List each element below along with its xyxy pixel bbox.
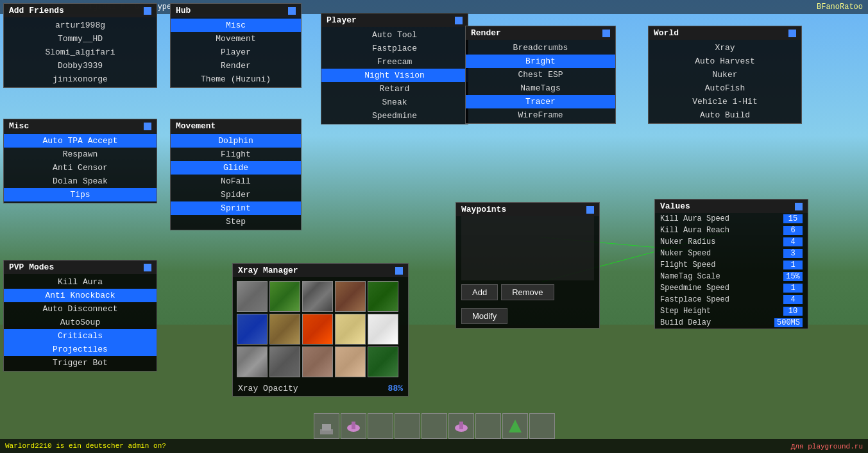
world-auto-build[interactable]: Auto Build	[649, 108, 801, 122]
waypoints-list-area	[461, 216, 594, 280]
pvp-close[interactable]	[144, 264, 151, 271]
movement-step[interactable]: Step	[171, 215, 301, 228]
player-freecam[interactable]: Freecam	[321, 55, 468, 69]
pvp-anti-knockback[interactable]: Anti Knockback	[4, 289, 157, 302]
inv-slot-4[interactable]	[395, 413, 420, 439]
hub-player[interactable]: Player	[171, 46, 301, 59]
movement-dolphin[interactable]: Dolphin	[171, 134, 301, 148]
player-close[interactable]	[455, 17, 463, 24]
xray-block-stone2[interactable]	[269, 346, 300, 377]
hub-misc[interactable]: Misc	[171, 19, 301, 32]
render-chest-esp[interactable]: Chest ESP	[466, 68, 615, 81]
inv-slot-3[interactable]	[368, 413, 393, 439]
player-auto-tool[interactable]: Auto Tool	[321, 28, 468, 42]
misc-anti-censor[interactable]: Anti Censor	[4, 161, 157, 175]
world-close[interactable]	[788, 30, 796, 37]
xray-block-lava[interactable]	[302, 314, 333, 345]
world-header: World	[649, 26, 801, 40]
player-header: Player	[321, 13, 468, 27]
inv-slot-9[interactable]	[529, 413, 555, 439]
pvp-criticals[interactable]: Criticals	[4, 329, 157, 343]
xray-block-iron[interactable]	[335, 346, 366, 377]
hub-render[interactable]: Render	[171, 59, 301, 73]
player-retard[interactable]: Retard	[321, 82, 468, 96]
misc-close[interactable]	[144, 123, 151, 130]
misc-respawn[interactable]: Respawn	[4, 148, 157, 161]
render-close[interactable]	[602, 30, 610, 37]
misc-items: Auto TPA Accept Respawn Anti Censor Dola…	[4, 133, 157, 203]
misc-tips[interactable]: Tips	[4, 188, 157, 201]
inv-slot-2[interactable]	[341, 413, 366, 439]
movement-glide[interactable]: Glide	[171, 161, 301, 175]
values-kill-aura-reach: Kill Aura Reach 6	[655, 225, 808, 236]
misc-dolan-speak[interactable]: Dolan Speak	[4, 175, 157, 188]
xray-block-cobble[interactable]	[302, 281, 333, 312]
friend-jinix[interactable]: jinixonorge	[4, 73, 157, 86]
inv-slot-7[interactable]	[475, 413, 501, 439]
pvp-auto-disconnect[interactable]: Auto Disconnect	[4, 302, 157, 316]
waypoints-close[interactable]	[586, 206, 594, 214]
values-header: Values	[655, 200, 808, 213]
waypoints-remove-button[interactable]: Remove	[501, 284, 554, 300]
inv-slot-5[interactable]	[421, 413, 447, 439]
inv-slot-8[interactable]	[502, 413, 528, 439]
world-nuker[interactable]: Nuker	[649, 68, 801, 81]
world-autofish[interactable]: AutoFish	[649, 81, 801, 95]
inv-slot-6[interactable]	[448, 413, 474, 439]
player-fastplace[interactable]: Fastplace	[321, 42, 468, 55]
hub-movement[interactable]: Movement	[171, 32, 301, 46]
hub-theme[interactable]: Theme (Huzuni)	[171, 73, 301, 86]
hub-close[interactable]	[288, 7, 296, 15]
render-nametags[interactable]: NameTags	[466, 81, 615, 95]
render-wireframe[interactable]: WireFrame	[466, 108, 615, 122]
movement-header: Movement	[171, 119, 301, 133]
player-speedmine[interactable]: Speedmine	[321, 109, 468, 123]
render-bright[interactable]: Bright	[466, 55, 615, 68]
pvp-trigger-bot[interactable]: Trigger Bot	[4, 356, 157, 370]
pvp-autosoup[interactable]: AutoSoup	[4, 316, 157, 329]
inv-slot-1[interactable]	[314, 413, 339, 439]
movement-flight[interactable]: Flight	[171, 148, 301, 161]
xray-block-grid	[233, 277, 408, 381]
movement-panel: Movement Dolphin Flight Glide NoFall Spi…	[170, 119, 302, 230]
values-fastplace-speed: Fastplace Speed 4	[655, 294, 808, 305]
xray-block-stone[interactable]	[237, 281, 268, 312]
xray-block-snowy[interactable]	[368, 314, 398, 345]
world-xray[interactable]: Xray	[649, 41, 801, 55]
xray-block-dirt[interactable]	[335, 281, 366, 312]
render-breadcrumbs[interactable]: Breadcrumbs	[466, 41, 615, 55]
friend-artur1998g[interactable]: artur1998g	[4, 19, 157, 32]
xray-block-gravel[interactable]	[237, 346, 268, 377]
movement-nofall[interactable]: NoFall	[171, 175, 301, 188]
xray-block-nether[interactable]	[368, 346, 398, 377]
values-kill-aura-speed: Kill Aura Speed 15	[655, 213, 808, 225]
friend-dobby[interactable]: Dobby3939	[4, 59, 157, 73]
xray-block-planks[interactable]	[269, 314, 300, 345]
inventory-bar	[314, 413, 555, 439]
player-panel: Player Auto Tool Fastplace Freecam Night…	[321, 13, 468, 124]
xray-close[interactable]	[395, 267, 403, 275]
player-night-vision[interactable]: Night Vision	[321, 69, 468, 82]
xray-block-grass[interactable]	[269, 281, 300, 312]
values-close[interactable]	[795, 203, 803, 210]
pvp-kill-aura[interactable]: Kill Aura	[4, 275, 157, 289]
pvp-projectiles[interactable]: Projectiles	[4, 343, 157, 356]
world-vehicle-hit[interactable]: Vehicle 1-Hit	[649, 95, 801, 108]
add-friends-close[interactable]	[144, 7, 151, 15]
waypoints-modify-button[interactable]: Modify	[461, 308, 507, 324]
player-sneak[interactable]: Sneak	[321, 96, 468, 109]
xray-block-leaves[interactable]	[368, 281, 398, 312]
values-step-height: Step Height 10	[655, 305, 808, 317]
movement-sprint[interactable]: Sprint	[171, 201, 301, 215]
friend-tommy[interactable]: Tommy__HD	[4, 32, 157, 46]
misc-auto-tpa[interactable]: Auto TPA Accept	[4, 134, 157, 148]
render-tracer[interactable]: Tracer	[466, 95, 615, 108]
movement-spider[interactable]: Spider	[171, 188, 301, 201]
xray-block-water[interactable]	[237, 314, 268, 345]
friend-slomi[interactable]: Slomi_algifari	[4, 46, 157, 59]
world-auto-harvest[interactable]: Auto Harvest	[649, 55, 801, 68]
waypoints-add-button[interactable]: Add	[461, 284, 498, 300]
xray-block-sand[interactable]	[335, 314, 366, 345]
xray-block-granite[interactable]	[302, 346, 333, 377]
svg-marker-6	[509, 420, 522, 432]
